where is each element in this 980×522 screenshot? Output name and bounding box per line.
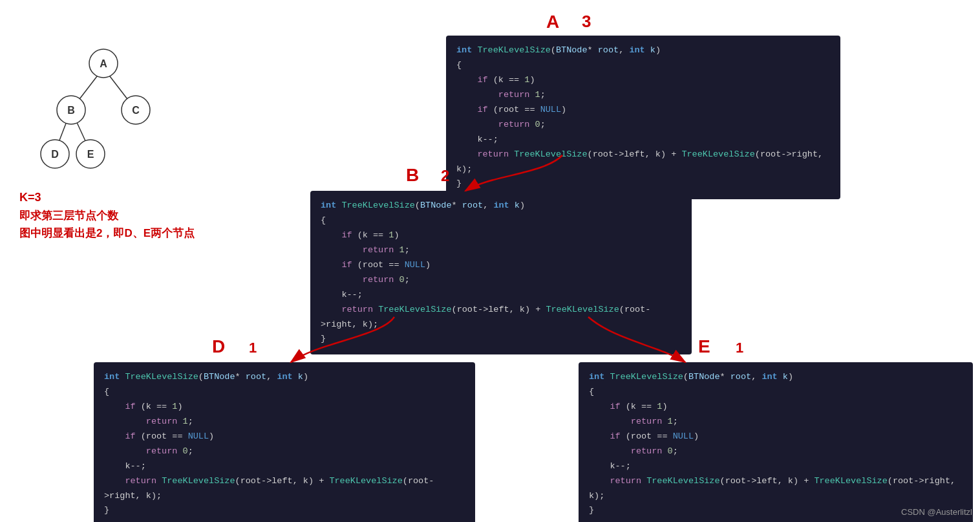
code-block-e: int TreeKLevelSize(BTNode* root, int k) … — [579, 362, 973, 522]
annotation-e: E — [698, 336, 710, 357]
annotation-e-num: 1 — [736, 340, 743, 356]
annotation-d-num: 1 — [249, 340, 257, 356]
svg-text:E: E — [87, 149, 94, 160]
svg-text:B: B — [67, 105, 75, 116]
annotation-a: A — [546, 12, 559, 32]
watermark: CSDN @Austerlitzl — [901, 507, 972, 517]
desc-line2: 图中明显看出是2，即D、E两个节点 — [19, 226, 195, 241]
annotation-b-num: 2 — [441, 167, 449, 185]
svg-text:C: C — [132, 105, 140, 116]
code-block-b: int TreeKLevelSize(BTNode* root, int k) … — [310, 191, 692, 354]
desc-line1: 即求第三层节点个数 — [19, 208, 195, 223]
tree-diagram: A B C D E — [19, 39, 187, 181]
svg-text:A: A — [100, 58, 107, 69]
code-block-d: int TreeKLevelSize(BTNode* root, int k) … — [94, 362, 475, 522]
code-block-a: int TreeKLevelSize(BTNode* root, int k) … — [446, 36, 840, 199]
left-labels: K=3 即求第三层节点个数 图中明显看出是2，即D、E两个节点 — [19, 191, 195, 243]
annotation-b: B — [406, 165, 419, 186]
svg-text:D: D — [51, 149, 59, 160]
annotation-a-num: 3 — [582, 12, 591, 32]
k-label: K=3 — [19, 191, 195, 204]
annotation-d: D — [212, 336, 225, 357]
